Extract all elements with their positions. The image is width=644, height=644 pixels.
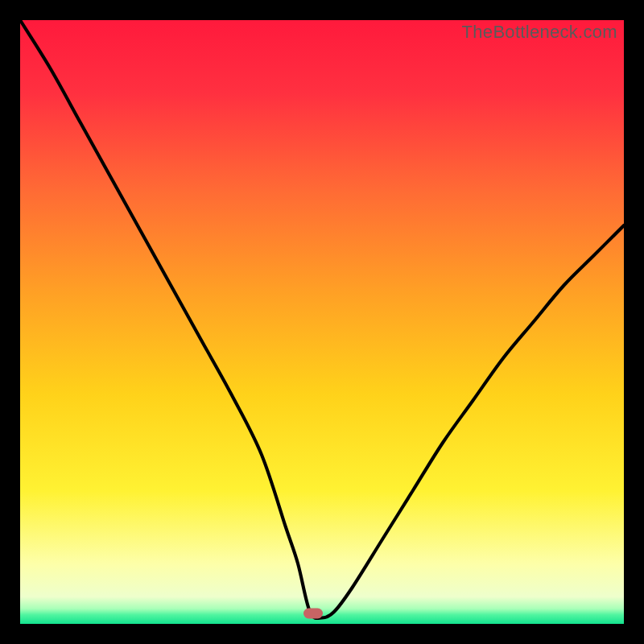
chart-frame: TheBottleneck.com: [0, 0, 644, 644]
watermark-text: TheBottleneck.com: [462, 22, 617, 43]
bottleneck-curve: [20, 20, 624, 624]
optimal-marker: [303, 609, 323, 619]
plot-area: TheBottleneck.com: [20, 20, 624, 624]
